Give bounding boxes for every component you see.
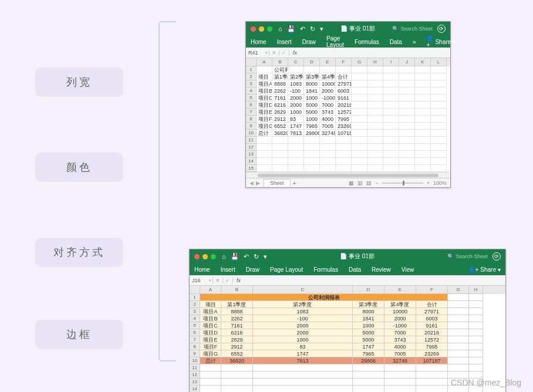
table-row[interactable]: 5项目C716120001000-10009161 [190, 322, 505, 329]
sync-icon[interactable]: ⟳ [492, 252, 501, 261]
zoom-controls: ▦ ▥ ▤ − + 100% [349, 180, 447, 186]
table-row[interactable]: 9项目G655217477965700523269 [190, 350, 505, 357]
share-button[interactable]: 👤+ Share ▾ [426, 35, 456, 48]
redo-icon[interactable]: ↻ [310, 25, 315, 33]
table-row[interactable]: 6项目D621620005000700020216 [190, 329, 505, 336]
view-normal-icon[interactable]: ▦ [349, 180, 354, 186]
home-icon[interactable]: ⌂ [222, 253, 226, 260]
menu-data[interactable]: Data [349, 266, 361, 273]
sync-icon[interactable]: ⟳ [437, 25, 446, 33]
menu-data[interactable]: Data [390, 39, 402, 45]
table-row[interactable]: 8项目F291283100040007995 [246, 116, 450, 123]
table-row[interactable]: 1公司利润报表 [190, 294, 505, 301]
fx-cancel-icon[interactable]: ✕ [213, 278, 223, 283]
table-row[interactable]: 1公司利润报表 [246, 66, 450, 73]
minimize-icon[interactable] [203, 254, 208, 259]
horizontal-scrollbar[interactable] [246, 172, 450, 178]
table-row[interactable]: 9项目G655217477965700523269 [246, 123, 450, 130]
search-icon: 🔍 [392, 26, 399, 32]
excel-window-2: ⌂ 💾 ↶ ↻ ▾ 📄事业 01部 🔍Search Sheet ⟳ Home I… [189, 249, 506, 392]
menu-review[interactable]: Review [372, 266, 391, 273]
table-row[interactable]: 3项目A8888108380001000027971 [190, 308, 505, 315]
menu-page-layout[interactable]: Page Layout [270, 266, 303, 273]
window-controls[interactable] [194, 254, 216, 259]
table-row[interactable]: 5项目C716120001000-10009161 [246, 94, 450, 102]
table-row[interactable]: 13 [246, 151, 450, 158]
menu-bar: Home Insert Draw Page Layout Formulas Da… [190, 263, 505, 275]
table-row[interactable]: 4项目B2262-100184120006003 [190, 315, 505, 322]
menu-insert[interactable]: Insert [221, 266, 235, 273]
save-icon[interactable]: 💾 [287, 25, 295, 33]
maximize-icon[interactable] [267, 26, 272, 32]
formula-bar: J16▾ ✕ ✓ fx [190, 275, 505, 286]
view-layout-icon[interactable]: ▥ [357, 180, 363, 186]
table-row[interactable]: 2项目第1季度第2季度第3季度第4季度合计 [246, 73, 450, 80]
spreadsheet-grid[interactable]: ABCDEFGHIJKL1公司利润报表2项目第1季度第2季度第3季度第4季度合计… [246, 58, 450, 172]
pill-column-width: 列宽 [35, 67, 123, 97]
fx-confirm-icon[interactable]: ✓ [279, 50, 289, 56]
menu-page-layout[interactable]: Page Layout [326, 35, 344, 48]
titlebar: ⌂ 💾 ↶ ↻ ▾ 📄事业 01部 🔍Search Sheet ⟳ [246, 22, 450, 36]
fx-cancel-icon[interactable]: ✕ [269, 50, 279, 56]
menu-formulas[interactable]: Formulas [313, 266, 338, 273]
menu-overflow-icon[interactable]: » [413, 39, 416, 45]
fx-confirm-icon[interactable]: ✓ [223, 278, 233, 283]
pill-color: 颜色 [35, 153, 123, 182]
menu-bar: Home Insert Draw Page Layout Formulas Da… [246, 36, 450, 48]
table-row[interactable]: 7项目E282910005000374312572 [190, 336, 505, 343]
nav-right-icon[interactable]: ▶ [256, 180, 260, 186]
table-row[interactable]: 10总计3682078132980632748107187 [246, 130, 450, 137]
excel-window-1: ⌂ 💾 ↶ ↻ ▾ 📄事业 01部 🔍Search Sheet ⟳ Home I… [245, 21, 451, 188]
view-break-icon[interactable]: ▤ [366, 180, 372, 186]
menu-draw[interactable]: Draw [302, 39, 316, 45]
menu-home[interactable]: Home [251, 39, 266, 45]
home-icon[interactable]: ⌂ [278, 25, 282, 32]
cell-reference[interactable]: R41▾ [246, 50, 269, 56]
table-row[interactable]: 14 [246, 158, 450, 165]
formula-bar: R41▾ ✕ ✓ fx [246, 48, 450, 58]
close-icon[interactable] [251, 26, 256, 32]
table-row[interactable]: 2项目第1季度第2季度第3季度第4季度合计 [190, 301, 505, 308]
fx-label: fx [289, 50, 301, 56]
save-icon[interactable]: 💾 [231, 253, 239, 261]
menu-home[interactable]: Home [194, 266, 210, 273]
minimize-icon[interactable] [259, 26, 264, 32]
table-row[interactable]: 3项目A8888108380001000027971 [246, 80, 450, 87]
menu-draw[interactable]: Draw [246, 266, 259, 273]
redo-icon[interactable]: ↻ [254, 253, 259, 261]
table-row[interactable]: 6项目D621620005000700020216 [246, 102, 450, 109]
table-row[interactable]: 10总计3682078132980632748107187 [190, 357, 505, 364]
zoom-out-icon[interactable]: − [375, 180, 378, 186]
table-row[interactable]: 8项目F291283174740007995 [190, 343, 505, 350]
window-controls[interactable] [251, 26, 272, 32]
zoom-in-icon[interactable]: + [427, 180, 430, 186]
add-sheet-button[interactable]: + [293, 180, 296, 187]
table-row[interactable]: 15 [246, 165, 450, 172]
search-icon: 🔍 [447, 254, 454, 259]
bracket-decoration [158, 21, 176, 361]
nav-left-icon[interactable]: ◀ [249, 180, 254, 186]
sheet-tab[interactable]: Sheet [264, 179, 291, 187]
table-row[interactable]: 11 [246, 137, 450, 144]
menu-view[interactable]: View [402, 266, 414, 273]
undo-icon[interactable]: ↶ [300, 25, 305, 33]
zoom-slider[interactable] [382, 183, 423, 184]
close-icon[interactable] [194, 254, 200, 259]
share-button[interactable]: 👤+ Share ▾ [468, 266, 501, 273]
table-row[interactable]: 4项目B2262-100184120006003 [246, 87, 450, 94]
table-row[interactable]: 11 [190, 364, 505, 371]
maximize-icon[interactable] [211, 254, 216, 259]
pill-alignment: 对齐方式 [35, 238, 123, 267]
cell-reference[interactable]: J16▾ [190, 278, 213, 283]
search-box[interactable]: 🔍Search Sheet [392, 26, 433, 32]
table-row[interactable]: 12 [246, 144, 450, 151]
titlebar: ⌂ 💾 ↶ ↻ ▾ 📄事业 01部 🔍Search Sheet ⟳ [190, 249, 505, 263]
fx-label: fx [233, 278, 244, 283]
table-row[interactable]: 7项目E282910005000374312572 [246, 109, 450, 116]
menu-insert[interactable]: Insert [277, 39, 292, 45]
spreadsheet-grid[interactable]: ABCDEFGH1公司利润报表2项目第1季度第2季度第3季度第4季度合计3项目A… [190, 286, 505, 392]
menu-formulas[interactable]: Formulas [355, 39, 379, 45]
watermark: CSDN @mez_Blog [451, 378, 521, 387]
search-box[interactable]: 🔍Search Sheet [447, 254, 488, 259]
undo-icon[interactable]: ↶ [244, 253, 249, 261]
